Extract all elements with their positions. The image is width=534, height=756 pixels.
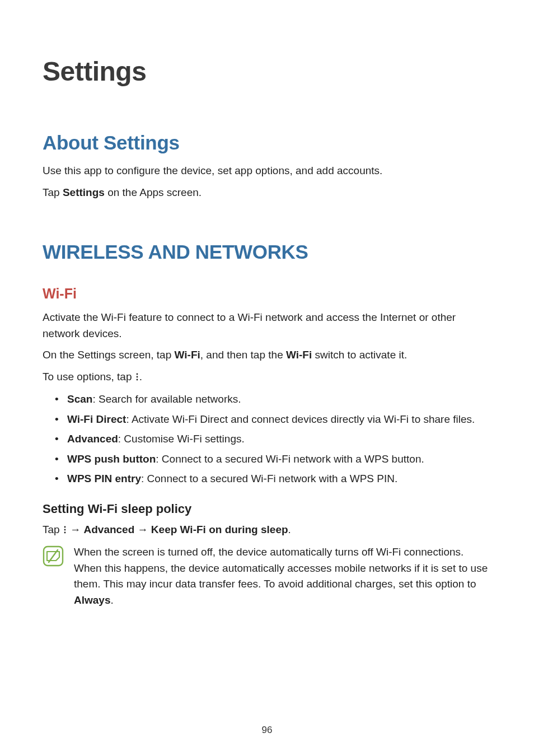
text-fragment: On the Settings screen, tap [43, 349, 175, 361]
list-item: Advanced: Customise Wi-Fi settings. [43, 431, 491, 447]
option-label: WPS push button [67, 453, 156, 465]
svg-point-5 [64, 531, 66, 533]
advanced-label: Advanced [83, 524, 134, 535]
note-icon [43, 545, 64, 567]
option-desc: : Search for available networks. [92, 393, 241, 405]
text-fragment: . [139, 371, 142, 382]
text-fragment: on the Apps screen. [105, 186, 202, 198]
text-fragment: Tap [43, 524, 63, 535]
svg-point-4 [64, 529, 66, 530]
arrow-icon: → [134, 524, 151, 535]
list-item: WPS push button: Connect to a secured Wi… [43, 451, 491, 468]
svg-point-1 [136, 376, 138, 377]
note-text: When the screen is turned off, the devic… [74, 544, 491, 608]
option-desc: : Connect to a secured Wi-Fi network wit… [156, 453, 424, 465]
option-desc: : Customise Wi-Fi settings. [118, 433, 245, 445]
option-label: Advanced [67, 433, 118, 445]
settings-app-name: Settings [63, 186, 105, 198]
note-block: When the screen is turned off, the devic… [43, 544, 491, 608]
list-item: WPS PIN entry: Connect to a secured Wi-F… [43, 471, 491, 487]
svg-point-3 [64, 526, 66, 528]
wifi-switch-label: Wi-Fi [286, 349, 312, 361]
option-label: WPS PIN entry [67, 473, 141, 484]
text-fragment: . [110, 594, 113, 606]
svg-point-0 [136, 373, 138, 375]
text-fragment: When the screen is turned off, the devic… [74, 546, 488, 590]
text-fragment: Tap [43, 186, 63, 198]
wifi-options-list: Scan: Search for available networks. Wi-… [43, 391, 491, 487]
wifi-desc: Activate the Wi-Fi feature to connect to… [43, 310, 491, 342]
list-item: Scan: Search for available networks. [43, 391, 491, 408]
text-fragment: To use options, tap [43, 371, 135, 382]
text-fragment: . [288, 524, 291, 535]
wifi-label: Wi-Fi [175, 349, 200, 361]
about-settings-tap: Tap Settings on the Apps screen. [43, 185, 491, 201]
more-options-icon [135, 370, 139, 386]
option-label: Wi-Fi Direct [67, 413, 126, 425]
wifi-options-tap: To use options, tap . [43, 369, 491, 386]
text-fragment: , and then tap the [200, 349, 286, 361]
keep-wifi-label: Keep Wi-Fi on during sleep [151, 524, 288, 535]
wifi-activate: On the Settings screen, tap Wi-Fi, and t… [43, 347, 491, 363]
option-desc: : Activate Wi-Fi Direct and connect devi… [126, 413, 475, 425]
text-fragment: switch to activate it. [312, 349, 407, 361]
wifi-sleep-heading: Setting Wi-Fi sleep policy [43, 502, 491, 516]
page-title: Settings [43, 56, 491, 87]
arrow-icon: → [67, 524, 84, 535]
about-settings-heading: About Settings [43, 132, 491, 154]
page-number: 96 [0, 725, 534, 736]
about-settings-desc: Use this app to configure the device, se… [43, 163, 491, 179]
option-label: Scan [67, 393, 92, 405]
option-desc: : Connect to a secured Wi-Fi network wit… [141, 473, 397, 484]
always-label: Always [74, 594, 110, 606]
wireless-networks-heading: WIRELESS AND NETWORKS [43, 241, 491, 263]
list-item: Wi-Fi Direct: Activate Wi-Fi Direct and … [43, 412, 491, 428]
more-options-icon [63, 523, 67, 539]
wifi-sleep-path: Tap → Advanced → Keep Wi-Fi on during sl… [43, 522, 491, 539]
wifi-heading: Wi-Fi [43, 286, 491, 302]
svg-point-2 [136, 379, 138, 380]
